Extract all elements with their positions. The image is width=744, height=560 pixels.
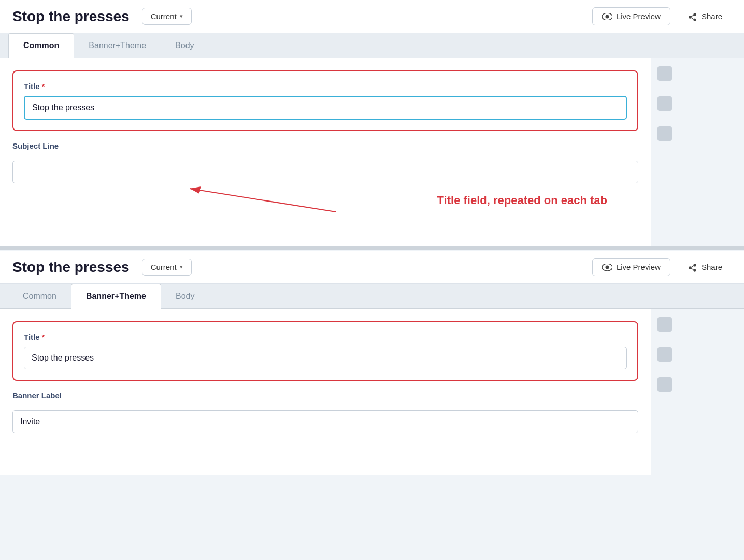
banner-label-input[interactable] — [12, 410, 638, 433]
bottom-page-title: Stop the presses — [12, 259, 130, 276]
sidebar-stub-3 — [657, 126, 672, 141]
bottom-sidebar-stub-2 — [657, 347, 672, 362]
top-header: Stop the presses Current ▾ Live Preview … — [0, 0, 744, 33]
panel-separator — [0, 247, 744, 250]
top-tabs-bar: Common Banner+Theme Body — [0, 33, 744, 58]
top-form-area: Title * Subject Line — [0, 58, 651, 246]
annotation-text: Title field, repeated on each tab — [437, 194, 607, 207]
bottom-live-preview-label: Live Preview — [617, 263, 661, 271]
page-title: Stop the presses — [12, 8, 130, 25]
bottom-live-preview-button[interactable]: Live Preview — [592, 258, 670, 276]
annotation-area: Title field, repeated on each tab — [12, 183, 638, 246]
title-label-bottom: Title * — [24, 333, 627, 341]
subject-line-input[interactable] — [12, 161, 638, 183]
sidebar-stub-2 — [657, 96, 672, 111]
bottom-form-area: Title * Banner Label — [0, 309, 651, 475]
bottom-sidebar-stub-1 — [657, 317, 672, 332]
share-label: Share — [702, 12, 722, 21]
version-label: Current — [151, 12, 177, 21]
bottom-panel: Stop the presses Current ▾ Live Preview … — [0, 251, 744, 475]
eye-icon — [602, 13, 612, 20]
subject-line-section: Subject Line — [12, 141, 638, 183]
sidebar-stub-1 — [657, 66, 672, 81]
bottom-eye-icon — [602, 264, 612, 271]
top-panel: Stop the presses Current ▾ Live Preview … — [0, 0, 744, 247]
tab-common-bottom[interactable]: Common — [8, 284, 71, 308]
svg-line-3 — [190, 189, 336, 212]
annotation-arrow — [12, 183, 638, 246]
required-star-top: * — [42, 82, 45, 91]
bottom-chevron-icon: ▾ — [180, 264, 183, 270]
title-input-top[interactable] — [24, 96, 627, 120]
top-content-area: Title * Subject Line — [0, 58, 744, 246]
title-label-top: Title * — [24, 82, 627, 91]
tab-body-top[interactable]: Body — [161, 33, 208, 58]
title-field-section-top: Title * — [12, 70, 638, 131]
tab-banner-theme-top[interactable]: Banner+Theme — [74, 33, 161, 58]
bottom-version-dropdown[interactable]: Current ▾ — [142, 259, 192, 276]
live-preview-label: Live Preview — [617, 12, 661, 21]
version-dropdown[interactable]: Current ▾ — [142, 8, 192, 25]
live-preview-button[interactable]: Live Preview — [592, 7, 670, 25]
tab-body-bottom[interactable]: Body — [161, 284, 209, 308]
banner-label-section: Banner Label — [12, 391, 638, 433]
bottom-sidebar-stub-3 — [657, 377, 672, 392]
bottom-tabs-bar: Common Banner+Theme Body — [0, 284, 744, 309]
bottom-share-icon — [688, 263, 697, 272]
required-star-bottom: * — [42, 333, 45, 341]
share-icon — [688, 12, 697, 21]
bottom-version-label: Current — [151, 263, 177, 271]
tab-banner-theme-bottom[interactable]: Banner+Theme — [71, 284, 161, 309]
subject-line-label: Subject Line — [12, 141, 638, 150]
bottom-header: Stop the presses Current ▾ Live Preview … — [0, 251, 744, 284]
title-input-bottom[interactable] — [24, 347, 627, 369]
bottom-share-label: Share — [702, 263, 722, 271]
banner-label-label: Banner Label — [12, 391, 638, 400]
bottom-share-button[interactable]: Share — [679, 259, 732, 276]
share-button[interactable]: Share — [679, 8, 732, 25]
top-right-sidebar — [651, 58, 744, 246]
svg-point-5 — [605, 265, 609, 269]
title-field-section-bottom: Title * — [12, 321, 638, 381]
bottom-content-area: Title * Banner Label — [0, 309, 744, 475]
bottom-right-sidebar — [651, 309, 744, 475]
svg-point-1 — [605, 15, 609, 18]
tab-common-top[interactable]: Common — [8, 33, 74, 58]
chevron-down-icon: ▾ — [180, 13, 183, 20]
